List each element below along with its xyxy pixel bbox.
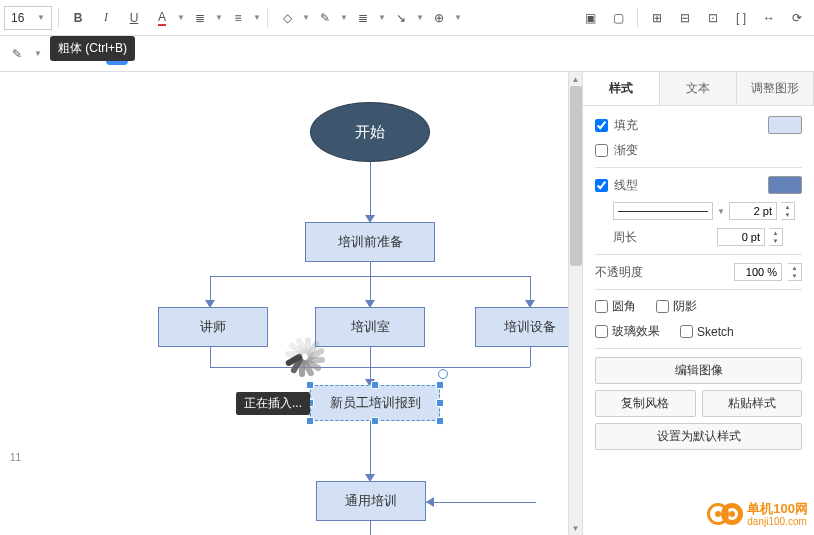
underline-button[interactable]: U bbox=[121, 5, 147, 31]
rounded-label: 圆角 bbox=[612, 298, 636, 315]
node-signin[interactable]: 新员工培训报到 bbox=[310, 385, 440, 421]
resize-handle[interactable] bbox=[436, 381, 444, 389]
edit-style-button[interactable]: ✎ bbox=[4, 41, 30, 67]
gradient-label: 渐变 bbox=[614, 142, 638, 159]
chevron-down-icon[interactable]: ▼ bbox=[340, 13, 348, 22]
waypoint-button[interactable]: ⊕ bbox=[426, 5, 452, 31]
line-width-input[interactable] bbox=[729, 202, 777, 220]
vertical-scrollbar[interactable]: ▲ ▼ bbox=[568, 72, 582, 535]
connector[interactable] bbox=[370, 421, 371, 476]
chevron-down-icon[interactable]: ▼ bbox=[378, 13, 386, 22]
scroll-down-icon[interactable]: ▼ bbox=[569, 521, 582, 535]
opacity-label: 不透明度 bbox=[595, 264, 643, 281]
opacity-input[interactable] bbox=[734, 263, 782, 281]
chevron-down-icon[interactable]: ▼ bbox=[215, 13, 223, 22]
connector[interactable] bbox=[370, 347, 371, 382]
fill-color-swatch[interactable] bbox=[768, 116, 802, 134]
italic-button[interactable]: I bbox=[93, 5, 119, 31]
connector[interactable] bbox=[370, 521, 371, 535]
rotate-button[interactable]: ⟳ bbox=[784, 5, 810, 31]
list-button[interactable]: ≣ bbox=[350, 5, 376, 31]
lock-button[interactable]: ⊡ bbox=[700, 5, 726, 31]
panel-tabs: 样式 文本 调整图形 bbox=[583, 72, 814, 106]
line-style-selector[interactable] bbox=[613, 202, 713, 220]
fit-button[interactable]: [ ] bbox=[728, 5, 754, 31]
copy-style-button[interactable]: 复制风格 bbox=[595, 390, 696, 417]
resize-handle[interactable] bbox=[371, 417, 379, 425]
connector[interactable] bbox=[426, 502, 536, 503]
connector-button[interactable]: ↘ bbox=[388, 5, 414, 31]
tab-style[interactable]: 样式 bbox=[583, 72, 660, 105]
spinner-buttons[interactable]: ▲▼ bbox=[781, 202, 795, 220]
tab-text[interactable]: 文本 bbox=[660, 72, 737, 105]
node-general[interactable]: 通用培训 bbox=[316, 481, 426, 521]
separator bbox=[595, 348, 802, 349]
node-prep[interactable]: 培训前准备 bbox=[305, 222, 435, 262]
connector[interactable] bbox=[370, 262, 371, 276]
connector[interactable] bbox=[370, 276, 371, 302]
canvas[interactable]: 11 开始 培训前准备 讲师 培训室 培训设备 新员工培训报到 bbox=[0, 72, 582, 535]
connector[interactable] bbox=[210, 276, 211, 302]
separator bbox=[595, 167, 802, 168]
connector[interactable] bbox=[530, 276, 531, 302]
watermark-name: 单机100网 bbox=[747, 502, 808, 516]
bold-tooltip: 粗体 (Ctrl+B) bbox=[50, 36, 135, 61]
resize-handle[interactable] bbox=[436, 399, 444, 407]
connector[interactable] bbox=[210, 347, 211, 367]
connector[interactable] bbox=[210, 367, 530, 368]
edit-image-button[interactable]: 编辑图像 bbox=[595, 357, 802, 384]
sketch-label: Sketch bbox=[697, 325, 734, 339]
perimeter-input[interactable] bbox=[717, 228, 765, 246]
sketch-checkbox[interactable] bbox=[680, 325, 693, 338]
scroll-up-icon[interactable]: ▲ bbox=[569, 72, 582, 86]
glass-label: 玻璃效果 bbox=[612, 323, 660, 340]
chevron-down-icon[interactable]: ▼ bbox=[717, 207, 725, 216]
chevron-down-icon[interactable]: ▼ bbox=[416, 13, 424, 22]
chevron-down-icon[interactable]: ▼ bbox=[34, 49, 42, 58]
node-room-label: 培训室 bbox=[351, 318, 390, 336]
chevron-down-icon[interactable]: ▼ bbox=[177, 13, 185, 22]
connector[interactable] bbox=[530, 347, 531, 367]
to-front-button[interactable]: ▣ bbox=[577, 5, 603, 31]
group-button[interactable]: ⊞ bbox=[644, 5, 670, 31]
to-back-button[interactable]: ▢ bbox=[605, 5, 631, 31]
chevron-down-icon[interactable]: ▼ bbox=[253, 13, 261, 22]
chevron-down-icon[interactable]: ▼ bbox=[302, 13, 310, 22]
spinner-buttons[interactable]: ▲▼ bbox=[769, 228, 783, 246]
default-style-button[interactable]: 设置为默认样式 bbox=[595, 423, 802, 450]
ungroup-button[interactable]: ⊟ bbox=[672, 5, 698, 31]
resize-handle[interactable] bbox=[371, 381, 379, 389]
resize-handle[interactable] bbox=[306, 417, 314, 425]
line-checkbox[interactable] bbox=[595, 179, 608, 192]
chevron-down-icon[interactable]: ▼ bbox=[454, 13, 462, 22]
tab-shape[interactable]: 调整图形 bbox=[737, 72, 814, 105]
gradient-checkbox[interactable] bbox=[595, 144, 608, 157]
line-color-button[interactable]: ✎ bbox=[312, 5, 338, 31]
watermark: 单机100网 danji100.com bbox=[707, 502, 808, 527]
chevron-down-icon: ▼ bbox=[37, 13, 45, 22]
separator bbox=[595, 289, 802, 290]
scroll-thumb[interactable] bbox=[570, 86, 582, 266]
fill-color-button[interactable]: ◇ bbox=[274, 5, 300, 31]
node-equip[interactable]: 培训设备 bbox=[475, 307, 582, 347]
spinner-buttons[interactable]: ▲▼ bbox=[788, 263, 802, 281]
fill-checkbox[interactable] bbox=[595, 119, 608, 132]
expand-button[interactable]: ↔ bbox=[756, 5, 782, 31]
line-color-swatch[interactable] bbox=[768, 176, 802, 194]
shadow-checkbox[interactable] bbox=[656, 300, 669, 313]
font-size-selector[interactable]: 16▼ bbox=[4, 6, 52, 30]
node-instructor[interactable]: 讲师 bbox=[158, 307, 268, 347]
paste-style-button[interactable]: 粘贴样式 bbox=[702, 390, 803, 417]
font-color-button[interactable]: A bbox=[149, 5, 175, 31]
separator bbox=[637, 8, 638, 28]
rotate-handle[interactable] bbox=[438, 369, 448, 379]
rounded-checkbox[interactable] bbox=[595, 300, 608, 313]
align-button[interactable]: ≣ bbox=[187, 5, 213, 31]
bold-button[interactable]: B bbox=[65, 5, 91, 31]
valign-button[interactable]: ≡ bbox=[225, 5, 251, 31]
resize-handle[interactable] bbox=[436, 417, 444, 425]
node-start[interactable]: 开始 bbox=[310, 102, 430, 162]
glass-checkbox[interactable] bbox=[595, 325, 608, 338]
connector[interactable] bbox=[370, 162, 371, 217]
separator bbox=[595, 254, 802, 255]
